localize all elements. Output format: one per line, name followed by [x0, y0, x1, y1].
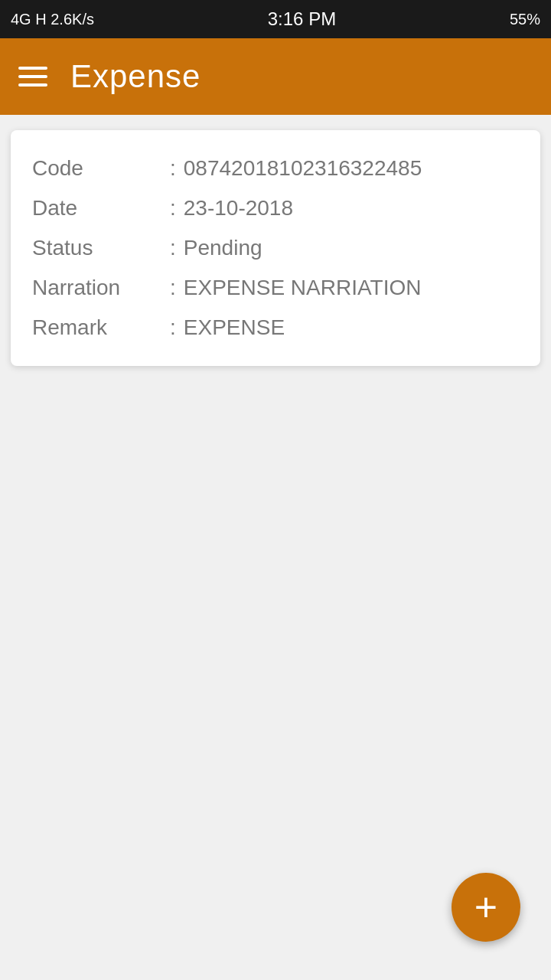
- detail-row: Status : Pending: [32, 228, 519, 268]
- detail-label: Code: [32, 156, 170, 181]
- detail-label: Status: [32, 236, 170, 260]
- detail-separator: :: [170, 276, 176, 300]
- detail-value: EXPENSE NARRIATION: [184, 276, 519, 300]
- detail-separator: :: [170, 196, 176, 220]
- detail-value: Pending: [184, 236, 519, 260]
- menu-icon-line3: [18, 83, 47, 87]
- detail-separator: :: [170, 315, 176, 340]
- detail-row: Code : 08742018102316322485: [32, 149, 519, 188]
- battery-status: 55%: [510, 11, 540, 28]
- detail-row: Narration : EXPENSE NARRIATION: [32, 268, 519, 308]
- detail-label: Date: [32, 196, 170, 220]
- detail-value: EXPENSE: [184, 315, 519, 340]
- app-bar: Expense: [0, 38, 551, 115]
- main-content: Code : 08742018102316322485Date : 23-10-…: [0, 115, 551, 381]
- status-bar: 4G H 2.6K/s 3:16 PM 55%: [0, 0, 551, 38]
- detail-value: 23-10-2018: [184, 196, 519, 220]
- status-bar-left: 4G H 2.6K/s: [11, 11, 94, 28]
- detail-separator: :: [170, 156, 176, 181]
- expense-detail-card: Code : 08742018102316322485Date : 23-10-…: [11, 130, 540, 366]
- menu-icon-line1: [18, 67, 47, 70]
- detail-label: Remark: [32, 315, 170, 340]
- menu-button[interactable]: [18, 67, 47, 87]
- detail-row: Remark : EXPENSE: [32, 308, 519, 348]
- detail-label: Narration: [32, 276, 170, 300]
- network-status: 4G H 2.6K/s: [11, 11, 94, 28]
- status-bar-right: 55%: [510, 11, 540, 28]
- menu-icon-line2: [18, 75, 47, 78]
- status-bar-time: 3:16 PM: [268, 8, 336, 30]
- add-expense-button[interactable]: +: [452, 873, 520, 942]
- detail-value: 08742018102316322485: [184, 156, 519, 181]
- detail-separator: :: [170, 236, 176, 260]
- add-icon: +: [474, 887, 497, 927]
- app-title: Expense: [70, 58, 201, 95]
- detail-row: Date : 23-10-2018: [32, 188, 519, 228]
